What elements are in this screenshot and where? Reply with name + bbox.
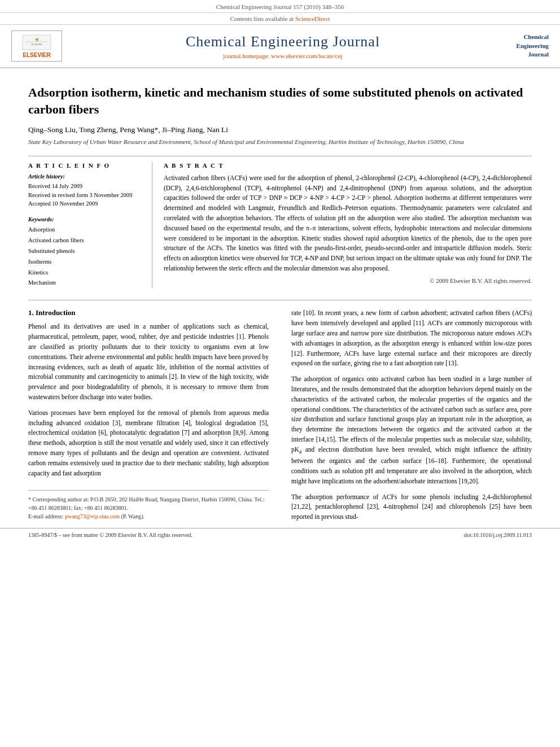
keyword-1: Adsorption (28, 225, 141, 235)
copyright-line: © 2009 Elsevier B.V. All rights reserved… (164, 277, 532, 284)
right-para-2: The adsorption of organics onto activate… (291, 374, 532, 486)
received-date: Received 14 July 2009 (28, 182, 141, 191)
journal-header: 🌿 ELSEVIER ELSEVIER Chemical Engineering… (0, 25, 560, 68)
email-label: E-mail address: (28, 513, 63, 519)
svg-text:🌿: 🌿 (35, 38, 39, 42)
article-info-abstract-section: A R T I C L E I N F O Article history: R… (28, 156, 532, 289)
footnote-area: * Corresponding author at: P.O.B 2650, 2… (28, 490, 269, 526)
issn-text: 1385-8947/$ – see front matter © 2009 El… (28, 532, 193, 538)
elsevier-text: ELSEVIER (23, 52, 50, 58)
abstract-column: A B S T R A C T Activated carbon fibers … (152, 162, 532, 289)
intro-number: 1. (28, 308, 34, 317)
body-left-column: 1. Introduction Phenol and its derivativ… (28, 308, 274, 528)
intro-para-2: Various processes have been employed for… (28, 408, 269, 479)
sciencedirect-link[interactable]: ScienceDirect (295, 15, 330, 22)
keywords-list: Adsorption Activated carbon fibers Subst… (28, 225, 141, 289)
keyword-5: Kinetics (28, 268, 141, 278)
elsevier-logo-svg: 🌿 ELSEVIER (20, 34, 54, 51)
article-info-heading: A R T I C L E I N F O (28, 162, 141, 169)
authors-text: Qing–Song Liu, Tong Zheng, Peng Wang*, J… (28, 125, 228, 134)
journal-citation: Chemical Engineering Journal 157 (2010) … (216, 3, 344, 10)
homepage-label: journal homepage: (223, 53, 269, 59)
accepted-date: Accepted 10 November 2009 (28, 199, 141, 208)
journal-title-center: Chemical Engineering Journal journal hom… (62, 33, 504, 59)
body-right-column: rate [10]. In recent years, a new form o… (286, 308, 532, 528)
authors: Qing–Song Liu, Tong Zheng, Peng Wang*, J… (28, 125, 532, 134)
keyword-6: Mechanism (28, 278, 141, 289)
sciencedirect-bar: Contents lists available at ScienceDirec… (0, 13, 560, 25)
keyword-4: Isotherms (28, 257, 141, 268)
sciencedirect-label: Contents lists available at (230, 15, 294, 22)
email-suffix: (P. Wang). (121, 513, 145, 519)
intro-para-1: Phenol and its derivatives are used in a… (28, 322, 269, 403)
elsevier-logo: 🌿 ELSEVIER ELSEVIER (11, 30, 62, 62)
abstract-heading: A B S T R A C T (164, 162, 532, 169)
right-para-1: rate [10]. In recent years, a new form o… (291, 308, 532, 369)
journal-main-title: Chemical Engineering Journal (62, 33, 504, 50)
bottom-bar: 1385-8947/$ – see front matter © 2009 El… (0, 528, 560, 541)
affiliation: State Key Laboratory of Urban Water Reso… (28, 138, 532, 146)
svg-rect-0 (23, 35, 51, 50)
journal-homepage: journal homepage: www.elsevier.com/locat… (62, 53, 504, 59)
footnote-corresponding: * Corresponding author at: P.O.B 2650, 2… (28, 495, 269, 512)
page-wrapper: Chemical Engineering Journal 157 (2010) … (0, 0, 560, 541)
abstract-text: Activated carbon fibers (ACFs) were used… (164, 173, 532, 274)
revised-date: Received in revised form 3 November 2009 (28, 191, 141, 200)
article-info-column: A R T I C L E I N F O Article history: R… (28, 162, 152, 289)
article-title: Adsorption isotherm, kinetic and mechani… (28, 84, 532, 117)
article-area: Adsorption isotherm, kinetic and mechani… (0, 84, 560, 528)
keywords-label: Keywords: (28, 216, 141, 222)
intro-title: Introduction (36, 308, 76, 317)
homepage-url[interactable]: www.elsevier.com/locate/cej (271, 53, 342, 59)
journal-title-right: ChemicalEngineeringJournal (504, 33, 549, 59)
right-para-3: The adsorption performance of ACFs for s… (291, 492, 532, 522)
footnote-email: E-mail address: pwang73@vip.sina.com (P.… (28, 512, 269, 521)
journal-top-bar: Chemical Engineering Journal 157 (2010) … (0, 0, 560, 13)
doi-text: doi:10.1016/j.cej.2009.11.013 (464, 532, 532, 538)
keyword-2: Activated carbon fibers (28, 235, 141, 246)
body-section: 1. Introduction Phenol and its derivativ… (28, 300, 532, 528)
keyword-3: Substituted phenols (28, 246, 141, 257)
history-label: Article history: (28, 173, 141, 180)
email-address[interactable]: pwang73@vip.sina.com (65, 513, 120, 519)
svg-text:ELSEVIER: ELSEVIER (32, 43, 42, 46)
introduction-title: 1. Introduction (28, 308, 269, 317)
